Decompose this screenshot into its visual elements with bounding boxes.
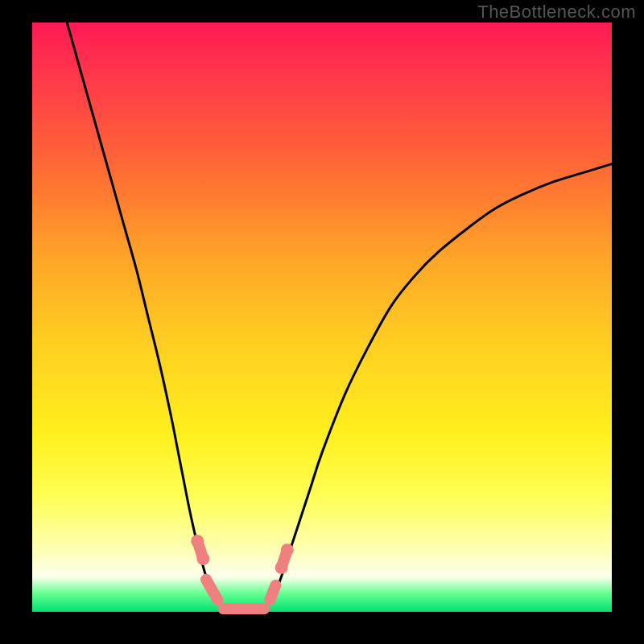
marker-segments bbox=[197, 541, 287, 609]
marker-segment bbox=[270, 585, 275, 600]
marker-dot bbox=[281, 543, 294, 556]
marker-segment bbox=[206, 580, 217, 601]
plot-area bbox=[32, 23, 612, 612]
marker-dots bbox=[191, 535, 294, 574]
curve-right bbox=[264, 164, 612, 607]
watermark-text: TheBottleneck.com bbox=[477, 2, 636, 23]
marker-dot bbox=[191, 535, 204, 547]
chart-root: TheBottleneck.com bbox=[0, 0, 644, 644]
marker-dot bbox=[275, 561, 288, 574]
curve-layer bbox=[32, 23, 612, 612]
marker-dot bbox=[196, 552, 209, 565]
curve-left bbox=[67, 23, 223, 607]
